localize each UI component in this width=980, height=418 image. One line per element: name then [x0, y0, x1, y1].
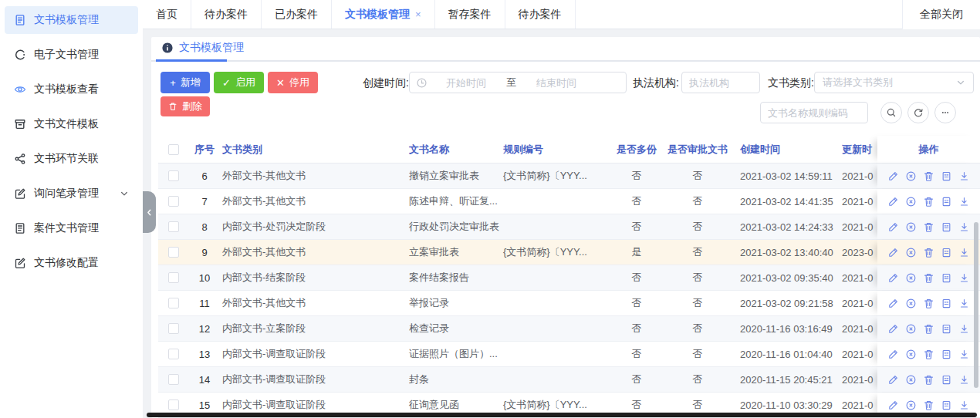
select-all-checkbox[interactable]	[168, 144, 179, 155]
preview-icon[interactable]	[941, 374, 952, 386]
disable-circle-icon[interactable]	[905, 247, 917, 258]
preview-icon[interactable]	[941, 272, 952, 284]
sidebar-item[interactable]: 文书修改配置	[5, 249, 138, 277]
disable-circle-icon[interactable]	[905, 323, 917, 335]
disable-circle-icon[interactable]	[905, 170, 917, 182]
delete-icon[interactable]	[923, 272, 934, 284]
tab[interactable]: 待办案件	[505, 0, 576, 29]
sidebar-item[interactable]: 文书模板管理	[5, 6, 138, 34]
sidebar-item[interactable]: 文书文件模板	[5, 110, 138, 138]
edit-icon[interactable]	[887, 323, 899, 335]
disable-circle-icon[interactable]	[905, 196, 917, 207]
table-row[interactable]: 10 内部文书-结案阶段 案件结案报告 否 否 2021-03-02 09:35…	[158, 265, 980, 291]
name-rule-search-input[interactable]	[760, 102, 868, 123]
table-row[interactable]: 9 外部文书-其他文书 立案审批表 {文书简称}〔YYY... 是 否 2021…	[158, 240, 980, 265]
preview-icon[interactable]	[941, 399, 952, 411]
vertical-scrollbar-thumb[interactable]	[974, 222, 978, 388]
delete-icon[interactable]	[923, 323, 934, 335]
sidebar-item[interactable]: 文书环节关联	[5, 145, 138, 173]
download-icon[interactable]	[958, 399, 970, 411]
row-checkbox[interactable]	[168, 349, 179, 359]
search-button[interactable]	[880, 102, 902, 123]
delete-icon[interactable]	[923, 349, 934, 360]
tab[interactable]: 文书模板管理 ×	[332, 0, 435, 29]
preview-icon[interactable]	[941, 170, 952, 182]
enable-button[interactable]: ✓启用	[214, 72, 264, 93]
more-button[interactable]	[934, 102, 956, 123]
edit-icon[interactable]	[887, 170, 899, 182]
delete-icon[interactable]	[923, 196, 934, 207]
edit-icon[interactable]	[887, 374, 899, 386]
end-time-input[interactable]	[518, 77, 595, 89]
edit-icon[interactable]	[887, 349, 899, 360]
preview-icon[interactable]	[941, 298, 952, 309]
download-icon[interactable]	[958, 170, 970, 182]
row-checkbox[interactable]	[168, 170, 179, 181]
delete-icon[interactable]	[923, 298, 934, 309]
panel-tab-label[interactable]: 文书模板管理	[179, 41, 244, 55]
tab[interactable]: 已办案件	[262, 0, 332, 29]
preview-icon[interactable]	[941, 221, 952, 233]
table-row[interactable]: 8 内部文书-处罚决定阶段 行政处罚决定审批表 否 否 2021-03-02 1…	[158, 214, 980, 240]
edit-icon[interactable]	[887, 196, 899, 207]
disable-circle-icon[interactable]	[905, 399, 917, 411]
edit-icon[interactable]	[887, 399, 899, 411]
add-button[interactable]: +新增	[161, 72, 210, 93]
tab[interactable]: 首页	[143, 0, 191, 29]
download-icon[interactable]	[958, 272, 970, 284]
edit-icon[interactable]	[887, 221, 899, 233]
download-icon[interactable]	[958, 374, 970, 386]
preview-icon[interactable]	[941, 196, 952, 207]
row-checkbox[interactable]	[168, 374, 179, 385]
disable-circle-icon[interactable]	[905, 272, 917, 284]
row-checkbox[interactable]	[168, 298, 179, 308]
close-all-button[interactable]: 全部关闭	[902, 0, 980, 29]
delete-icon[interactable]	[923, 374, 934, 386]
delete-icon[interactable]	[923, 170, 934, 182]
refresh-button[interactable]	[907, 102, 929, 123]
delete-icon[interactable]	[923, 399, 934, 411]
preview-icon[interactable]	[941, 247, 952, 258]
sidebar-item[interactable]: 文书模板查看	[5, 76, 138, 103]
table-row[interactable]: 6 外部文书-其他文书 撤销立案审批表 {文书简称}〔YYY... 否 否 20…	[158, 163, 980, 189]
delete-icon[interactable]	[923, 221, 934, 233]
edit-icon[interactable]	[887, 272, 899, 284]
sidebar-collapse-handle[interactable]	[143, 191, 156, 233]
agency-input[interactable]	[681, 72, 760, 93]
table-row[interactable]: 13 内部文书-调查取证阶段 证据照片（图片）... 否 否 2020-11-1…	[158, 342, 980, 367]
row-checkbox[interactable]	[168, 196, 179, 207]
sidebar-item[interactable]: 电子文书管理	[5, 41, 138, 69]
row-checkbox[interactable]	[168, 399, 179, 410]
start-time-input[interactable]	[427, 77, 505, 89]
download-icon[interactable]	[958, 221, 970, 233]
table-row[interactable]: 7 外部文书-其他文书 陈述申辩、听证复... 否 否 2021-03-02 1…	[158, 189, 980, 214]
row-checkbox[interactable]	[168, 323, 179, 334]
sidebar-item[interactable]: 案件文书管理	[5, 214, 138, 242]
edit-icon[interactable]	[887, 298, 899, 309]
doc-type-select[interactable]: 请选择文书类别	[814, 72, 974, 93]
disable-circle-icon[interactable]	[905, 298, 917, 309]
download-icon[interactable]	[958, 247, 970, 258]
disable-circle-icon[interactable]	[905, 349, 917, 360]
download-icon[interactable]	[958, 323, 970, 335]
download-icon[interactable]	[958, 196, 970, 207]
preview-icon[interactable]	[941, 323, 952, 335]
table-row[interactable]: 12 内部文书-立案阶段 检查记录 否 否 2020-11-16 03:16:4…	[158, 316, 980, 342]
table-row[interactable]: 11 外部文书-其他文书 举报记录 否 否 2021-03-02 09:21:5…	[158, 291, 980, 316]
delete-button[interactable]: 删除	[161, 96, 210, 116]
disable-button[interactable]: ✕停用	[268, 72, 318, 93]
download-icon[interactable]	[958, 349, 970, 360]
row-checkbox[interactable]	[168, 247, 179, 258]
tab-close-icon[interactable]: ×	[415, 8, 421, 20]
tab[interactable]: 暂存案件	[435, 0, 505, 29]
horizontal-scrollbar-thumb[interactable]	[147, 413, 977, 417]
row-checkbox[interactable]	[168, 221, 179, 232]
preview-icon[interactable]	[941, 349, 952, 360]
table-row[interactable]: 14 内部文书-调查取证阶段 封条 否 否 2020-11-15 20:45:2…	[158, 367, 980, 393]
tab[interactable]: 待办案件	[191, 0, 262, 29]
delete-icon[interactable]	[923, 247, 934, 258]
edit-icon[interactable]	[887, 247, 899, 258]
disable-circle-icon[interactable]	[905, 374, 917, 386]
row-checkbox[interactable]	[168, 272, 179, 283]
disable-circle-icon[interactable]	[905, 221, 917, 233]
